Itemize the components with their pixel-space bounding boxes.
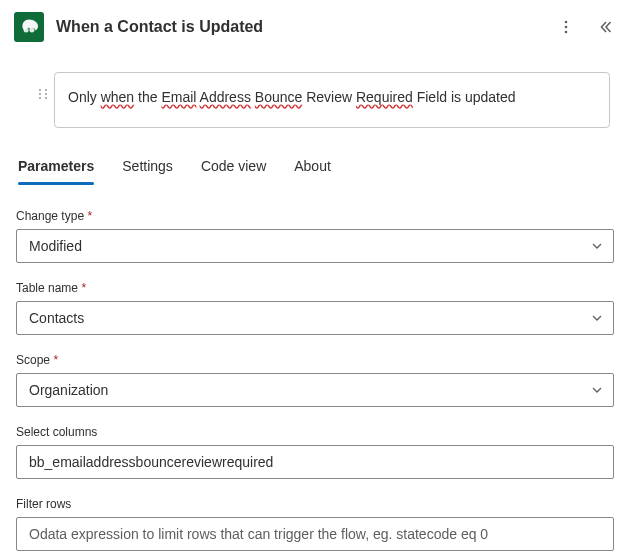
tab-parameters[interactable]: Parameters [18,152,94,184]
filter-rows-input[interactable] [17,518,613,550]
filter-rows-input-wrap [16,517,614,551]
svg-point-6 [45,89,47,91]
chevron-down-icon [581,312,613,324]
collapse-button[interactable] [594,15,618,39]
svg-point-3 [565,26,568,29]
double-chevron-left-icon [598,19,614,35]
change-type-select[interactable]: Modified [16,229,614,263]
svg-point-5 [39,89,41,91]
tab-code-view[interactable]: Code view [201,152,266,184]
table-name-label: Table name * [16,281,614,295]
field-scope: Scope * Organization [16,353,614,407]
scope-value: Organization [17,382,581,398]
change-type-label: Change type * [16,209,614,223]
svg-point-10 [45,97,47,99]
select-columns-input-wrap [16,445,614,479]
dataverse-swirl-icon [19,17,39,37]
scope-label: Scope * [16,353,614,367]
comment-text[interactable]: Only when the Email Address Bounce Revie… [56,80,524,116]
field-filter-rows: Filter rows [16,497,614,551]
field-change-type: Change type * Modified [16,209,614,263]
svg-point-8 [45,93,47,95]
step-title: When a Contact is Updated [56,18,263,36]
tab-about[interactable]: About [294,152,331,184]
select-columns-input[interactable] [17,446,613,478]
table-name-value: Contacts [17,310,581,326]
more-options-button[interactable] [554,15,578,39]
field-select-columns: Select columns [16,425,614,479]
table-name-select[interactable]: Contacts [16,301,614,335]
svg-point-1 [29,27,34,32]
tab-settings[interactable]: Settings [122,152,173,184]
vertical-dots-icon [558,19,574,35]
svg-point-2 [565,21,568,24]
svg-point-4 [565,31,568,34]
chevron-down-icon [581,384,613,396]
drag-handle-icon[interactable] [36,80,50,102]
field-table-name: Table name * Contacts [16,281,614,335]
svg-point-9 [39,97,41,99]
scope-select[interactable]: Organization [16,373,614,407]
tab-bar: Parameters Settings Code view About [0,144,630,185]
parameters-panel: Change type * Modified Table name * Cont… [0,185,630,551]
change-type-value: Modified [17,238,581,254]
select-columns-label: Select columns [16,425,614,439]
svg-point-0 [24,27,29,32]
header-actions [554,15,618,39]
dataverse-icon [14,12,44,42]
chevron-down-icon [581,240,613,252]
filter-rows-label: Filter rows [16,497,614,511]
comment-box: Only when the Email Address Bounce Revie… [20,72,610,140]
svg-point-7 [39,93,41,95]
step-header: When a Contact is Updated [0,0,630,54]
